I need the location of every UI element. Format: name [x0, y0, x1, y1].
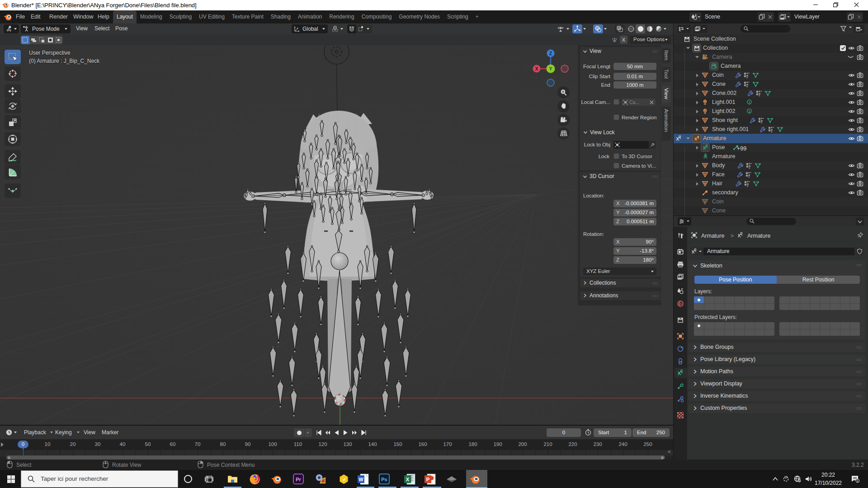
- svg-text:P: P: [426, 477, 429, 482]
- svg-text:X: X: [406, 477, 410, 482]
- svg-text:Ps: Ps: [381, 477, 387, 482]
- svg-text:1: 1: [857, 479, 859, 483]
- svg-text:W: W: [359, 477, 363, 482]
- svg-text:Y: Y: [549, 66, 552, 71]
- svg-text:Z: Z: [549, 51, 552, 56]
- svg-text:X: X: [535, 66, 538, 71]
- svg-text:Pr: Pr: [296, 477, 301, 482]
